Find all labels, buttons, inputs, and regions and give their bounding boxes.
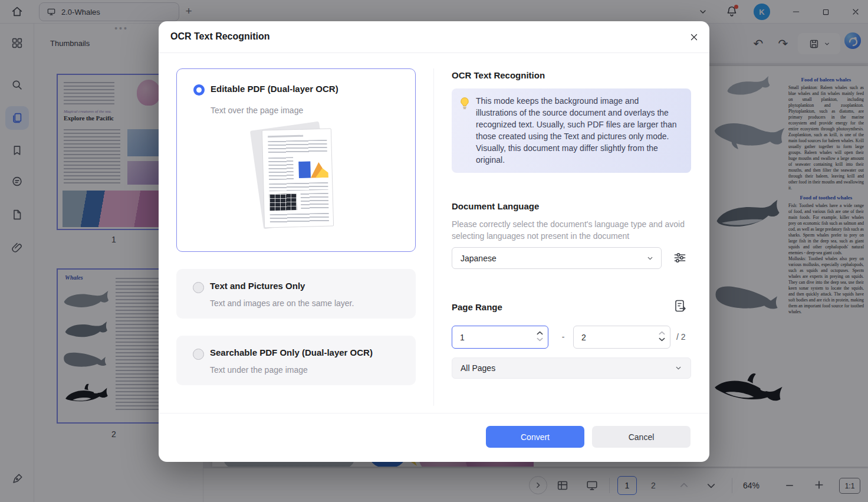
column-divider [433,68,434,406]
stepper-down-icon[interactable] [659,337,665,342]
mode-description: Text and images are on the same layer. [210,298,354,308]
cancel-button[interactable]: Cancel [592,426,691,448]
language-hint: Please correctly select the document's l… [452,218,691,242]
table-illustration [269,193,297,211]
dialog-header: OCR Text Recognition [159,21,709,53]
close-icon [689,32,699,42]
text-placeholder-lines [268,157,294,180]
mode-description: Text under the page image [210,365,308,375]
range-separator: - [557,326,569,349]
text-placeholder-lines [268,135,303,138]
text-placeholder-lines [268,140,327,155]
text-placeholder-lines [301,193,329,210]
language-heading: Document Language [452,201,539,211]
mode-description: Text over the page image [211,106,303,115]
radio-unselected[interactable] [193,282,204,293]
dialog-title: OCR Text Recognition [170,31,270,42]
page-extract-icon [673,298,688,314]
lightbulb-icon [459,97,470,111]
page-range-to-input[interactable] [574,326,670,348]
stepper [659,331,665,342]
mode-label: Text and Pictures Only [210,281,305,291]
mode-illustration [254,124,340,232]
radio-selected[interactable] [193,84,205,96]
panel-heading: OCR Text Recognition [452,70,545,80]
ocr-dialog: OCR Text Recognition Editable PDF (Dual-… [159,21,709,462]
mode-option-searchable-pdf[interactable]: Searchable PDF Only (Dual-layer OCR) Tex… [176,336,416,385]
language-settings-button[interactable] [673,251,687,265]
sliders-icon [673,251,687,265]
illustration-front-page [262,128,334,228]
range-total: / 2 [676,326,686,349]
page-scope-select[interactable]: All Pages [452,357,691,379]
radio-unselected[interactable] [193,349,204,360]
language-select[interactable]: Japanese [452,247,662,269]
chevron-down-icon [675,365,682,372]
page-range-settings-button[interactable] [673,298,688,314]
language-value: Japanese [452,254,497,263]
page-range-to-field[interactable] [573,326,670,349]
stepper-up-icon[interactable] [537,331,543,335]
mode-label: Editable PDF (Dual-layer OCR) [211,84,338,94]
page-range-from-field[interactable] [452,326,548,349]
chart-illustration [297,155,328,179]
stepper [537,331,543,342]
stepper-down-icon[interactable] [537,337,543,342]
page-scope-value: All Pages [452,363,495,373]
text-placeholder-lines [270,213,329,224]
dialog-close-button[interactable] [687,30,701,44]
stepper-up-icon[interactable] [659,331,665,335]
info-box: This mode keeps the background image and… [452,88,691,173]
convert-button[interactable]: Convert [486,426,584,448]
page-range-from-input[interactable] [452,326,548,348]
info-text: This mode keeps the background image and… [476,95,682,166]
mode-option-text-pictures[interactable]: Text and Pictures Only Text and images a… [176,269,416,319]
mode-option-editable-pdf[interactable]: Editable PDF (Dual-layer OCR) Text over … [176,68,416,252]
text-placeholder-lines [269,182,328,192]
app-window: 2.0-Whales + K ↶ ↷ [0,0,868,502]
mode-label: Searchable PDF Only (Dual-layer OCR) [210,347,373,357]
page-range-heading: Page Range [452,302,502,312]
chevron-down-icon [646,254,654,262]
footer-divider [159,413,709,414]
